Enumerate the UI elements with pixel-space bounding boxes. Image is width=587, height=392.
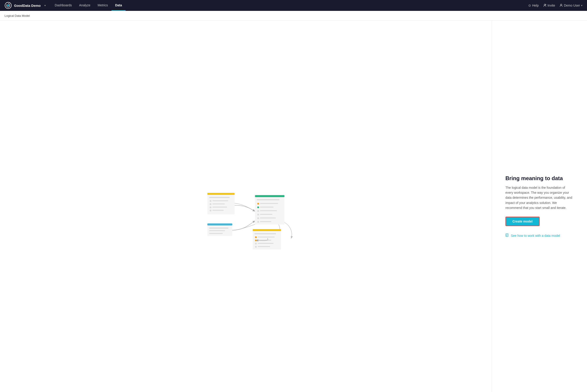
breadcrumb: Logical Data Model (4, 14, 30, 18)
svg-point-42 (255, 240, 257, 241)
svg-rect-23 (260, 207, 274, 208)
svg-rect-31 (260, 221, 271, 222)
invite-link[interactable]: Invite (543, 4, 555, 8)
svg-rect-27 (260, 214, 272, 215)
svg-point-9 (210, 200, 212, 202)
help-label: Help (532, 4, 539, 7)
brand-name: GoodData Demo (14, 4, 41, 8)
svg-point-20 (257, 203, 259, 204)
user-menu[interactable]: Demo User ▾ (560, 4, 582, 8)
svg-rect-18 (255, 195, 284, 197)
svg-rect-19 (257, 199, 280, 200)
info-panel: Bring meaning to data The logical data m… (492, 20, 587, 392)
svg-point-46 (255, 246, 257, 248)
svg-point-28 (257, 217, 259, 219)
svg-rect-12 (212, 204, 225, 204)
svg-rect-34 (209, 228, 228, 229)
svg-point-24 (257, 210, 259, 212)
svg-rect-16 (212, 210, 224, 211)
nav-dashboards[interactable]: Dashboards (51, 0, 76, 11)
create-model-button[interactable]: Create model (506, 216, 540, 226)
svg-point-26 (257, 214, 259, 216)
svg-rect-35 (209, 230, 225, 231)
illustration-svg (192, 163, 300, 250)
svg-rect-33 (208, 224, 232, 226)
svg-point-15 (210, 210, 212, 212)
svg-point-44 (255, 243, 257, 244)
svg-rect-52 (506, 234, 506, 236)
user-dropdown-icon: ▾ (581, 4, 582, 7)
help-link[interactable]: ⊙ Help (528, 4, 539, 7)
app-header: GoodData Demo ▾ Dashboards Analyze Metri… (0, 0, 587, 11)
svg-rect-7 (208, 193, 234, 195)
nav-analyze[interactable]: Analyze (76, 0, 94, 11)
svg-point-2 (544, 4, 546, 6)
invite-label: Invite (548, 4, 555, 7)
gooddata-logo-icon (4, 2, 12, 9)
svg-point-22 (257, 206, 259, 208)
svg-rect-47 (258, 246, 270, 247)
svg-rect-29 (260, 218, 276, 218)
data-model-illustration (192, 163, 300, 250)
svg-point-5 (560, 4, 562, 6)
svg-rect-14 (212, 207, 227, 208)
nav-data[interactable]: Data (112, 0, 126, 11)
svg-rect-8 (209, 197, 230, 198)
page-title: Bring meaning to data (506, 175, 574, 182)
page-description: The logical data model is the foundation… (506, 185, 574, 210)
svg-rect-21 (260, 203, 278, 204)
help-link-text: See how to work with a data model (511, 234, 560, 238)
svg-point-1 (7, 4, 9, 6)
book-icon (506, 234, 509, 238)
svg-rect-39 (254, 233, 276, 234)
invite-icon (543, 4, 546, 8)
logo-area[interactable]: GoodData Demo ▾ (4, 2, 46, 9)
right-content: Bring meaning to data The logical data m… (506, 175, 574, 238)
svg-point-30 (257, 221, 259, 223)
svg-rect-25 (260, 210, 277, 211)
brand-dropdown-icon[interactable]: ▾ (44, 4, 46, 7)
header-actions: ⊙ Help Invite Demo User ▾ (528, 4, 582, 8)
help-data-model-link[interactable]: See how to work with a data model (506, 234, 574, 238)
nav-metrics[interactable]: Metrics (94, 0, 112, 11)
create-model-btn-wrapper: Create model (506, 216, 574, 230)
main-content: Bring meaning to data The logical data m… (0, 20, 587, 392)
svg-rect-38 (253, 229, 281, 231)
svg-rect-45 (258, 243, 274, 244)
svg-rect-41 (258, 236, 275, 238)
svg-point-40 (255, 236, 257, 238)
svg-point-11 (210, 203, 212, 205)
breadcrumb-bar: Logical Data Model (0, 11, 587, 20)
illustration-panel (0, 20, 492, 392)
svg-rect-10 (212, 200, 228, 201)
main-nav: Dashboards Analyze Metrics Data (51, 0, 528, 11)
svg-point-13 (210, 206, 212, 208)
user-name: Demo User (564, 4, 580, 7)
user-icon (560, 4, 563, 8)
help-icon: ⊙ (528, 4, 531, 7)
svg-rect-36 (209, 233, 223, 234)
